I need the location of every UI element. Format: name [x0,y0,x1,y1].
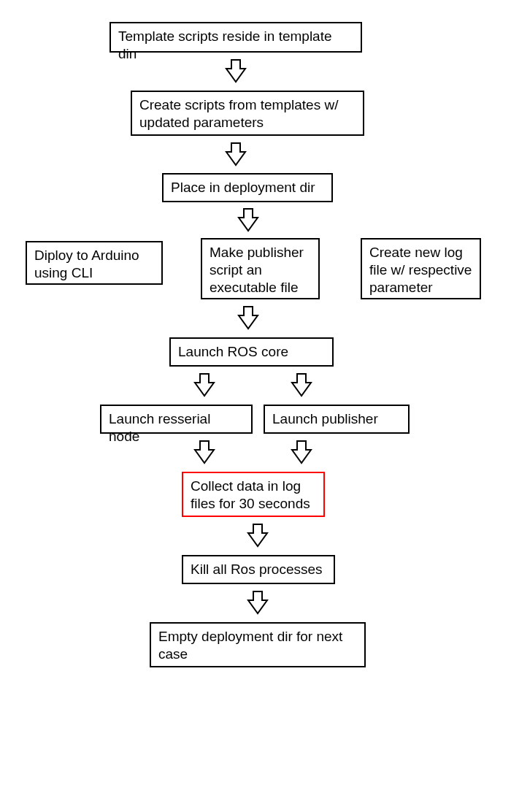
arrow-down-icon [291,440,312,466]
box-label: Create new log file w/ respective parame… [369,245,472,295]
box-label: Launch ROS core [178,344,288,359]
box-label: Kill all Ros processes [191,562,323,577]
box-deploy-arduino: Diploy to Arduino using CLI [26,241,163,285]
box-place-deployment: Place in deployment dir [162,173,333,202]
box-launch-resserial: Launch resserial node [100,405,253,434]
box-label: Diploy to Arduino using CLI [34,248,139,280]
box-label: Launch publisher [272,411,378,426]
arrow-down-icon [193,440,215,466]
box-label: Place in deployment dir [171,180,315,195]
arrow-down-icon [193,372,215,399]
box-label: Create scripts from templates w/ updated… [139,97,338,130]
box-create-log: Create new log file w/ respective parame… [361,238,481,299]
arrow-down-icon [237,305,259,332]
box-label: Collect data in log files for 30 seconds [191,478,310,511]
box-template-scripts: Template scripts reside in template din [110,22,362,53]
box-label: Make publisher script an executable file [210,245,304,295]
box-collect-data: Collect data in log files for 30 seconds [182,472,325,517]
box-launch-ros-core: Launch ROS core [169,337,334,367]
box-label: Template scripts reside in template din [118,28,332,61]
arrow-down-icon [225,142,247,168]
arrow-down-icon [247,590,269,616]
arrow-down-icon [247,523,269,549]
box-create-scripts: Create scripts from templates w/ updated… [131,91,364,136]
box-empty-deployment: Empty deployment dir for next case [150,622,366,667]
box-kill-ros: Kill all Ros processes [182,555,335,584]
arrow-down-icon [225,58,247,85]
arrow-down-icon [237,207,259,234]
box-launch-publisher: Launch publisher [264,405,410,434]
arrow-down-icon [291,372,312,399]
box-label: Empty deployment dir for next case [158,629,342,662]
box-make-executable: Make publisher script an executable file [201,238,320,299]
